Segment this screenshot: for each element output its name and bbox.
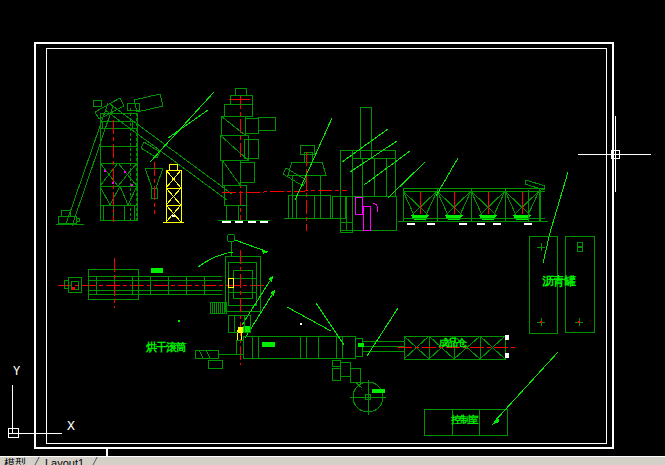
tab-edge-icon: [31, 457, 39, 465]
tab-layout1[interactable]: Layout1: [41, 457, 88, 465]
control-room-box: [424, 352, 558, 435]
layout-tab-bar: 模型 Layout1: [0, 456, 665, 465]
cold-feed-bins: [398, 180, 548, 225]
baghouse-dust-collector: [332, 107, 396, 232]
tab-model[interactable]: 模型: [0, 457, 30, 465]
crosshair-cursor: [578, 116, 651, 192]
tab-edge-icon: [89, 457, 97, 465]
mixing-tower: [218, 88, 275, 223]
tick-mark: [106, 448, 108, 456]
exhaust-fan: [332, 360, 386, 415]
label-control-room: 控制室: [451, 415, 478, 425]
radiator: [210, 302, 226, 313]
label-asphalt-tanks: 沥青罐: [542, 275, 575, 287]
discharge-bay: [222, 145, 348, 231]
label-dryer-drum: 烘干滚筒: [146, 342, 186, 353]
drawing-canvas[interactable]: [0, 0, 665, 465]
sheet-frame: [35, 43, 613, 456]
ucs-x-label: X: [67, 419, 75, 432]
inclined-conveyor: [66, 94, 163, 226]
ucs-y-label: Y: [13, 365, 20, 377]
plant-elevation-view: [56, 88, 548, 232]
label-finished-storage: 成品仓: [439, 338, 466, 348]
yellow-support-tower: [163, 164, 184, 222]
cad-viewport[interactable]: 烘干滚筒 成品仓 沥青罐 控制室 Y X 模型 Layout1: [0, 0, 665, 465]
weigh-hopper: [141, 142, 163, 214]
leader-lines-middle: [235, 240, 275, 338]
